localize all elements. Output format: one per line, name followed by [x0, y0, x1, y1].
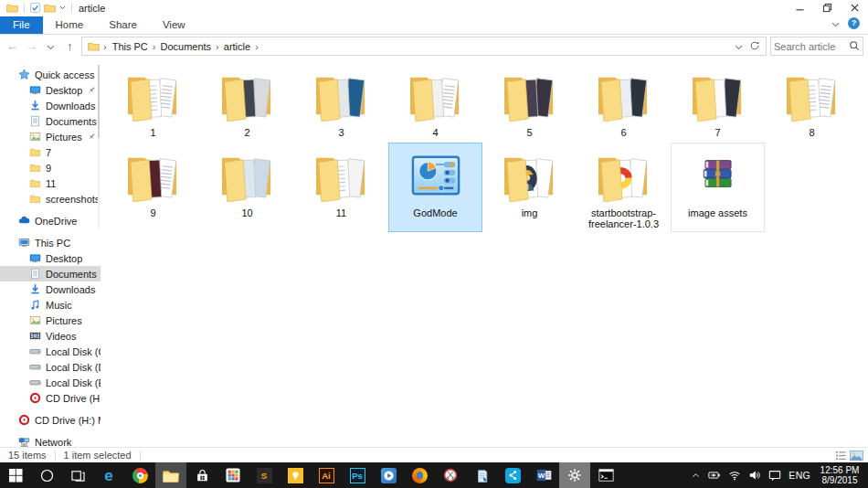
- file-4[interactable]: 4: [388, 62, 482, 141]
- battery-icon[interactable]: [708, 469, 721, 482]
- titlebar-divider: [24, 3, 25, 13]
- file-startbootstrap-freelancer-1-0-3[interactable]: startbootstrap-freelancer-1.0.3: [577, 143, 671, 232]
- address-dropdown-chevron-icon[interactable]: [735, 41, 743, 52]
- breadcrumb-article[interactable]: article: [220, 41, 254, 52]
- thumbnails-view-button[interactable]: [850, 450, 863, 461]
- sidebar-item-9[interactable]: 9: [0, 160, 101, 175]
- start-button[interactable]: [0, 462, 31, 488]
- recent-locations-chevron-icon[interactable]: [43, 39, 58, 53]
- file-9[interactable]: 9: [106, 143, 200, 232]
- file-11[interactable]: 11: [294, 143, 388, 232]
- sidebar-item-local-disk-e[interactable]: Local Disk (E:): [0, 375, 101, 390]
- sidebar-item-music[interactable]: Music: [0, 297, 101, 313]
- minimize-button[interactable]: [786, 0, 813, 16]
- forward-button[interactable]: →: [24, 39, 39, 53]
- qat-properties-icon[interactable]: [30, 3, 40, 13]
- tab-view[interactable]: View: [150, 16, 198, 34]
- file-3[interactable]: 3: [294, 62, 388, 141]
- search-input[interactable]: [774, 41, 849, 52]
- sidebar-item-local-disk-c[interactable]: Local Disk (C:): [0, 344, 101, 359]
- file-8[interactable]: 8: [765, 62, 859, 141]
- media-player-icon[interactable]: [373, 462, 404, 488]
- sidebar-item-cd-drive-h-mblaz[interactable]: CD Drive (H:) Mblaz: [0, 390, 101, 406]
- language-indicator[interactable]: ENG: [789, 470, 810, 481]
- titlebar-divider: [71, 3, 72, 13]
- sidebar-item-quick-access[interactable]: Quick access: [0, 67, 101, 82]
- qat-new-folder-icon[interactable]: [44, 4, 56, 13]
- sidebar-item-desktop[interactable]: Desktop: [0, 82, 101, 98]
- sidebar-item-desktop[interactable]: Desktop: [0, 250, 101, 266]
- snipping-tool-icon[interactable]: [435, 462, 466, 488]
- hidden-icons-chevron-icon[interactable]: [691, 471, 701, 480]
- tab-share[interactable]: Share: [96, 16, 150, 34]
- firefox-icon[interactable]: [404, 462, 435, 488]
- volume-icon[interactable]: [748, 469, 761, 482]
- tiles-grid-app-icon[interactable]: [217, 462, 249, 488]
- file-image-assets[interactable]: image assets: [671, 143, 765, 232]
- sidebar-item-network[interactable]: Network: [0, 434, 101, 447]
- qat-customize-chevron-icon[interactable]: [59, 5, 66, 10]
- illustrator-icon[interactable]: Ai: [311, 462, 342, 488]
- sidebar-item-screenshots[interactable]: screenshots: [0, 191, 101, 207]
- settings-icon[interactable]: [559, 462, 590, 488]
- refresh-icon[interactable]: [749, 40, 760, 53]
- breadcrumb-chevron-icon: ›: [254, 41, 259, 52]
- file-10[interactable]: 10: [200, 143, 294, 232]
- tab-file[interactable]: File: [0, 16, 43, 34]
- help-icon[interactable]: ?: [848, 17, 860, 29]
- clock[interactable]: 12:56 PM 8/9/2015: [818, 465, 862, 485]
- file-1[interactable]: 1: [106, 62, 200, 141]
- sidebar-item-local-disk-d[interactable]: Local Disk (D:): [0, 359, 101, 375]
- sidebar-item-cd-drive-h-mblaze[interactable]: CD Drive (H:) Mblaze: [0, 412, 101, 428]
- sidebar-item-downloads[interactable]: Downloads: [0, 281, 101, 297]
- chrome-icon[interactable]: [124, 462, 155, 488]
- sidebar-item-videos[interactable]: Videos: [0, 328, 101, 344]
- file-5[interactable]: 5: [482, 62, 577, 141]
- cmd-icon[interactable]: [590, 462, 621, 488]
- nav-scrollbar[interactable]: [98, 65, 100, 229]
- tab-home[interactable]: Home: [43, 16, 97, 34]
- notes-app-icon[interactable]: [466, 462, 497, 488]
- windows-store-icon[interactable]: [186, 462, 217, 488]
- restore-button[interactable]: [813, 0, 841, 16]
- address-bar[interactable]: › This PC›Documents›article›: [81, 37, 767, 56]
- sublime-text-icon[interactable]: S: [249, 462, 280, 488]
- search-icon[interactable]: [849, 38, 860, 55]
- drive-icon: [29, 345, 41, 357]
- file-explorer-icon[interactable]: [155, 462, 186, 488]
- ribbon-expand-chevron-icon[interactable]: [831, 15, 840, 31]
- cortana-search-button[interactable]: [31, 462, 62, 488]
- sidebar-item-7[interactable]: 7: [0, 144, 101, 160]
- wifi-icon[interactable]: [728, 469, 741, 482]
- file-godmode[interactable]: GodMode: [388, 143, 482, 232]
- details-view-button[interactable]: [835, 450, 847, 461]
- sidebar-item-documents[interactable]: Documents: [0, 266, 101, 281]
- breadcrumb-documents[interactable]: Documents: [156, 41, 215, 52]
- task-view-button[interactable]: [62, 462, 93, 488]
- files-view[interactable]: 1 2 3 4 5 6 7 8 9 10 11: [101, 58, 868, 447]
- sidebar-item-11[interactable]: 11: [0, 175, 101, 191]
- back-button[interactable]: ←: [5, 39, 20, 53]
- up-button[interactable]: ↑: [62, 39, 78, 53]
- action-center-icon[interactable]: [768, 469, 781, 482]
- file-7[interactable]: 7: [671, 62, 765, 141]
- file-2[interactable]: 2: [200, 62, 294, 141]
- sidebar-item-this-pc[interactable]: This PC: [0, 235, 101, 250]
- sidebar-item-downloads[interactable]: Downloads: [0, 98, 101, 113]
- edge-icon[interactable]: e: [93, 462, 124, 488]
- word-icon[interactable]: W: [528, 462, 559, 488]
- file-6[interactable]: 6: [577, 62, 671, 141]
- photoshop-icon[interactable]: Ps: [342, 462, 373, 488]
- sidebar-item-documents[interactable]: Documents: [0, 113, 101, 129]
- sidebar-item-pictures[interactable]: Pictures: [0, 313, 101, 328]
- sidebar-item-onedrive[interactable]: OneDrive: [0, 213, 101, 228]
- breadcrumb-this-pc[interactable]: This PC: [109, 41, 152, 52]
- star-icon: [18, 69, 30, 80]
- google-keep-icon[interactable]: [280, 462, 311, 488]
- address-bar-row: ← → ↑ › This PC›Documents›article›: [0, 35, 868, 58]
- breadcrumb: This PC›Documents›article›: [109, 41, 259, 52]
- shareit-icon[interactable]: [497, 462, 528, 488]
- file-img[interactable]: img: [482, 143, 577, 232]
- close-button[interactable]: [841, 0, 868, 16]
- sidebar-item-pictures[interactable]: Pictures: [0, 129, 101, 144]
